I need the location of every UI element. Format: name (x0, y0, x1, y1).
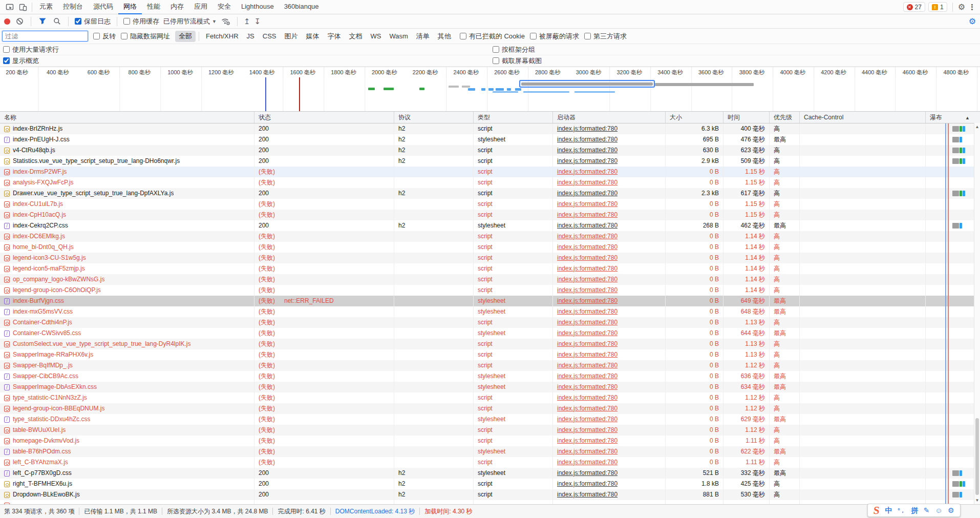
filter-type-Fetch/XHR[interactable]: Fetch/XHR (202, 31, 242, 41)
column-header-initiator[interactable]: 启动器 (553, 112, 666, 123)
export-har-icon[interactable]: ↧ (254, 17, 261, 25)
vertical-scrollbar[interactable]: ▲ ▼ (974, 123, 980, 504)
column-header-protocol[interactable]: 协议 (394, 112, 474, 123)
request-initiator-link[interactable]: index.js:formatted:780 (557, 317, 617, 328)
sogou-logo-icon[interactable]: S (873, 504, 880, 517)
table-row[interactable]: index-Cekrq2CP.css200h2stylesheetindex.j… (0, 220, 980, 231)
filter-type-全部[interactable]: 全部 (175, 31, 196, 42)
request-initiator-link[interactable]: index.js:formatted:780 (557, 199, 617, 210)
search-icon[interactable] (52, 16, 62, 27)
invert-checkbox[interactable] (93, 33, 100, 39)
pencil-icon[interactable]: ✎ (924, 507, 930, 514)
table-row[interactable]: v4-CtRu48qb.js200h2scriptindex.js:format… (0, 145, 980, 156)
table-row[interactable]: table-BWUuXUeI.js(失败)scriptindex.js:form… (0, 425, 980, 436)
tab-内存[interactable]: 内存 (165, 0, 189, 14)
request-initiator-link[interactable]: index.js:formatted:780 (557, 436, 617, 446)
settings-gear-icon[interactable]: ⚙ (958, 3, 965, 11)
import-har-icon[interactable]: ↥ (244, 17, 250, 25)
table-row[interactable]: index-mxG5msVV.css(失败)stylesheetindex.js… (0, 306, 980, 317)
table-row[interactable]: Statistics.vue_vue_type_script_setup_tru… (0, 156, 980, 167)
table-row[interactable]: table-B76hPOdm.css(失败)stylesheetindex.js… (0, 446, 980, 457)
request-initiator-link[interactable]: index.js:formatted:780 (557, 360, 617, 371)
column-header-waterfall[interactable]: 瀑布 (926, 112, 980, 123)
filter-type-图片[interactable]: 图片 (281, 31, 301, 42)
request-initiator-link[interactable]: index.js:formatted:780 (557, 145, 617, 156)
column-header-priority[interactable]: 优先级 (770, 112, 800, 123)
filter-type-Wasm[interactable]: Wasm (386, 31, 411, 41)
tab-安全[interactable]: 安全 (212, 0, 236, 14)
request-initiator-link[interactable]: index.js:formatted:780 (557, 274, 617, 285)
network-settings-gear-icon[interactable]: ⚙ (969, 16, 976, 26)
request-initiator-link[interactable]: index.js:formatted:780 (557, 489, 617, 500)
table-row[interactable]: CustomSelect.vue_vue_type_script_setup_t… (0, 339, 980, 349)
ime-gear-icon[interactable]: ⚙ (948, 507, 954, 514)
overview-graph[interactable] (0, 77, 980, 111)
sort-ascending-icon[interactable]: ▲ (965, 115, 970, 120)
ime-punctuation-toggle[interactable]: °， (898, 508, 905, 513)
filter-type-文档[interactable]: 文档 (345, 31, 366, 42)
request-initiator-link[interactable]: index.js:formatted:780 (557, 339, 617, 349)
request-initiator-link[interactable]: index.js:formatted:780 (557, 231, 617, 242)
request-initiator-link[interactable]: index.js:formatted:780 (557, 296, 617, 306)
request-initiator-link[interactable]: index.js:formatted:780 (557, 446, 617, 457)
table-row[interactable]: home_bi-Dnt0q_QH.js(失败)scriptindex.js:fo… (0, 242, 980, 253)
tab-应用[interactable]: 应用 (189, 0, 212, 14)
request-initiator-link[interactable]: index.js:formatted:780 (557, 123, 617, 134)
preserve-log-checkbox[interactable] (75, 18, 81, 25)
overview-selection[interactable] (519, 80, 655, 88)
filter-type-CSS[interactable]: CSS (259, 31, 280, 41)
emoji-icon[interactable]: ☺ (935, 507, 942, 514)
request-initiator-link[interactable]: index.js:formatted:780 (557, 425, 617, 436)
column-header-type[interactable]: 类型 (474, 112, 553, 123)
table-row[interactable]: Swapper-CibCB9Ac.css(失败)stylesheetindex.… (0, 371, 980, 382)
request-initiator-link[interactable]: index.js:formatted:780 (557, 382, 617, 392)
request-initiator-link[interactable]: index.js:formatted:780 (557, 177, 617, 188)
third-party-checkbox[interactable] (584, 33, 591, 39)
ime-pinyin-toggle[interactable]: 拼 (911, 507, 918, 514)
tab-Lighthouse[interactable]: Lighthouse (236, 0, 279, 14)
request-initiator-link[interactable]: index.js:formatted:780 (557, 285, 617, 296)
table-row[interactable]: left_C-p77BX0gD.css200h2stylesheetindex.… (0, 468, 980, 479)
throttling-dropdown[interactable]: 已停用节流模式 ▼ (163, 17, 217, 26)
request-initiator-link[interactable]: index.js:formatted:780 (557, 468, 617, 479)
tab-360bianque[interactable]: 360bianque (279, 0, 324, 14)
table-row[interactable]: index-CpH10acQ.js(失败)scriptindex.js:form… (0, 210, 980, 220)
table-row[interactable]: analysis-FXQJwFcP.js(失败)scriptindex.js:f… (0, 177, 980, 188)
tab-网络[interactable]: 网络 (118, 0, 142, 14)
request-initiator-link[interactable]: index.js:formatted:780 (557, 188, 617, 199)
request-initiator-link[interactable]: index.js:formatted:780 (557, 392, 617, 403)
disable-cache-checkbox[interactable] (123, 18, 130, 25)
request-initiator-link[interactable]: index.js:formatted:780 (557, 134, 617, 145)
table-row[interactable]: right_T-BFMHEX6u.js200h2scriptindex.js:f… (0, 479, 980, 489)
request-initiator-link[interactable]: index.js:formatted:780 (557, 403, 617, 414)
tab-性能[interactable]: 性能 (142, 0, 165, 14)
table-row[interactable]: type_statistic-C1NnN3zZ.js(失败)scriptinde… (0, 392, 980, 403)
table-row[interactable]: index-PnEUgH-J.css200h2stylesheetindex.j… (0, 134, 980, 145)
show-overview-checkbox[interactable] (3, 57, 10, 64)
tab-控制台[interactable]: 控制台 (58, 0, 88, 14)
table-row[interactable]: legend-icon5-maF5zmjp.js(失败)scriptindex.… (0, 263, 980, 274)
table-row[interactable]: Drawer.vue_vue_type_script_setup_true_la… (0, 188, 980, 199)
scrollbar-thumb[interactable] (975, 418, 979, 495)
blocked-requests-checkbox[interactable] (530, 33, 537, 39)
filter-type-清单[interactable]: 清单 (413, 31, 433, 42)
request-initiator-link[interactable]: index.js:formatted:780 (557, 263, 617, 274)
more-menu-icon[interactable]: ⋮ (968, 3, 976, 12)
table-row[interactable]: left_C-BYAhzmaX.js(失败)scriptindex.js:for… (0, 457, 980, 468)
request-initiator-link[interactable]: index.js:formatted:780 (557, 220, 617, 231)
table-row[interactable]: type_statistic-DDxu4hZc.css(失败)styleshee… (0, 414, 980, 425)
capture-screenshots-checkbox[interactable] (493, 57, 499, 64)
column-header-size[interactable]: 大小 (666, 112, 723, 123)
hide-data-urls-checkbox[interactable] (121, 33, 127, 39)
clear-icon[interactable] (14, 16, 25, 27)
table-row[interactable]: homepage-DvkmvVod.js(失败)scriptindex.js:f… (0, 436, 980, 446)
big-request-rows-checkbox[interactable] (3, 46, 10, 53)
column-header-name[interactable]: 名称 (0, 112, 254, 123)
column-header-status[interactable]: 状态 (254, 112, 394, 123)
request-initiator-link[interactable]: index.js:formatted:780 (557, 457, 617, 468)
request-initiator-link[interactable]: index.js:formatted:780 (557, 414, 617, 425)
table-row[interactable]: index-DrmsP2WF.js(失败)scriptindex.js:form… (0, 167, 980, 177)
column-header-time[interactable]: 时间 (723, 112, 770, 123)
error-badge[interactable]: ✕ 27 (903, 2, 925, 12)
table-row[interactable]: Swapper-BqIfMDp_.js(失败)scriptindex.js:fo… (0, 360, 980, 371)
